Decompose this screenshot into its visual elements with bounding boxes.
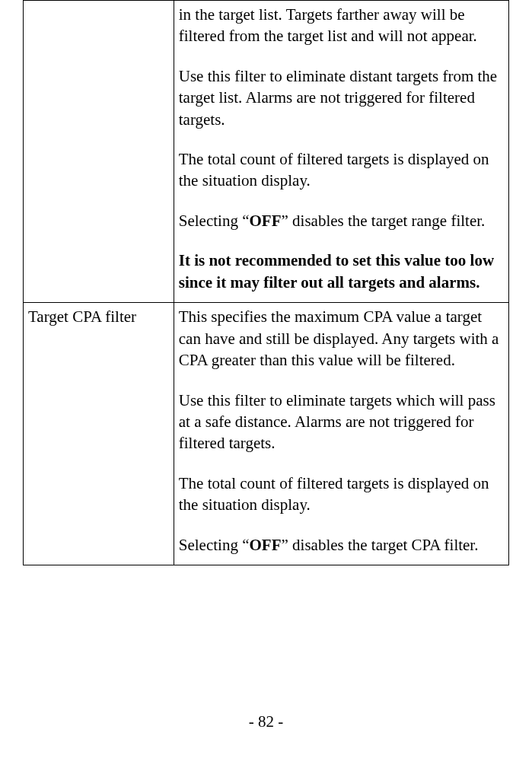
bold-text: OFF xyxy=(249,536,281,554)
table-row: Target CPA filter This specifies the max… xyxy=(24,303,509,565)
paragraph: The total count of filtered targets is d… xyxy=(179,473,504,516)
paragraph: Use this filter to eliminate distant tar… xyxy=(179,65,504,130)
text: Selecting “ xyxy=(179,212,250,230)
paragraph: in the target list. Targets farther away… xyxy=(179,4,504,47)
paragraph: The total count of filtered targets is d… xyxy=(179,148,504,192)
paragraph: Use this filter to eliminate targets whi… xyxy=(179,390,504,454)
row-label-cell xyxy=(24,1,174,303)
paragraph: Selecting “OFF” disables the target CPA … xyxy=(179,534,504,556)
row-desc-cell: This specifies the maximum CPA value a t… xyxy=(174,303,508,565)
paragraph: This specifies the maximum CPA value a t… xyxy=(179,306,504,371)
text: ” disables the target CPA filter. xyxy=(281,536,478,554)
row-desc-cell: in the target list. Targets farther away… xyxy=(174,1,508,303)
row-label: Target CPA filter xyxy=(28,307,136,326)
bold-text: OFF xyxy=(249,212,281,230)
text: ” disables the target range filter. xyxy=(281,212,485,230)
paragraph: Selecting “OFF” disables the target rang… xyxy=(179,210,504,231)
page-content: in the target list. Targets farther away… xyxy=(0,0,532,565)
page-number: - 82 - xyxy=(0,712,532,731)
row-label-cell: Target CPA filter xyxy=(24,303,174,565)
table-row: in the target list. Targets farther away… xyxy=(24,1,509,303)
filter-table: in the target list. Targets farther away… xyxy=(23,0,509,565)
warning-text: It is not recommended to set this value … xyxy=(179,250,504,293)
text: Selecting “ xyxy=(179,536,250,554)
